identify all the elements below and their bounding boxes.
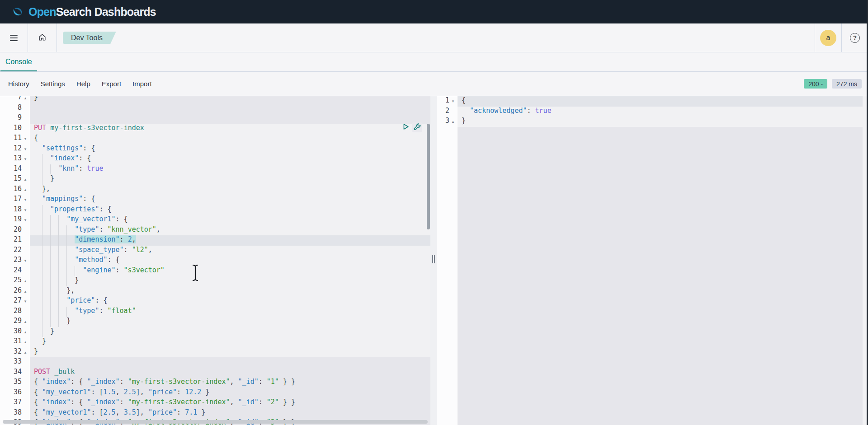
- fold-close-icon[interactable]: ▴: [22, 347, 29, 358]
- fold-open-icon[interactable]: ▾: [22, 154, 29, 164]
- fold-close-icon[interactable]: ▴: [449, 117, 457, 127]
- editor-code-line[interactable]: "price": {: [30, 296, 430, 307]
- editor-code-line[interactable]: [30, 357, 430, 368]
- editor-code-line[interactable]: "properties": {: [30, 205, 430, 215]
- fold-open-icon[interactable]: ▾: [22, 215, 29, 225]
- editor-code-line[interactable]: },: [30, 286, 430, 297]
- editor-code-line[interactable]: }: [30, 174, 430, 185]
- toolbar-item-history[interactable]: History: [8, 80, 29, 88]
- indent-guide: [66, 246, 75, 256]
- editor-code-line[interactable]: { "my_vector1": [1.5, 2.5], "price": 12.…: [30, 388, 430, 398]
- line-number: 20: [0, 225, 22, 236]
- fold-close-icon[interactable]: ▴: [22, 327, 29, 337]
- home-button[interactable]: [28, 23, 57, 52]
- editor-code-line[interactable]: [30, 113, 430, 124]
- menu-button[interactable]: [0, 23, 28, 52]
- editor-code-line[interactable]: PUT my-first-s3vector-index: [30, 124, 430, 134]
- token-p: : {: [95, 296, 107, 304]
- editor-code-line[interactable]: }: [30, 337, 430, 347]
- toolbar-item-help[interactable]: Help: [76, 80, 90, 88]
- fold-spacer: [22, 103, 29, 114]
- fold-close-icon[interactable]: ▴: [22, 174, 29, 185]
- editor-code-line[interactable]: }: [30, 347, 430, 358]
- fold-open-icon[interactable]: ▾: [449, 96, 457, 107]
- fold-close-icon[interactable]: ▴: [22, 286, 29, 297]
- indent-guide: [34, 256, 42, 266]
- token-k: "space_type": [75, 246, 123, 254]
- indent-guide: [34, 144, 42, 154]
- editor-code-line[interactable]: "mappings": {: [30, 195, 430, 205]
- token-s: "s3vector": [124, 266, 165, 274]
- editor-gutter-line: 36: [0, 388, 30, 398]
- indent-guide: [50, 215, 58, 225]
- editor-code-line[interactable]: "type": "float": [30, 307, 430, 317]
- fold-close-icon[interactable]: ▴: [22, 96, 29, 103]
- response-gutter-line: 2: [437, 107, 458, 117]
- response-viewer[interactable]: { "acknowledged": true}: [458, 96, 863, 425]
- response-code-line[interactable]: "acknowledged": true: [458, 107, 863, 117]
- editor-code-line[interactable]: }: [30, 96, 430, 103]
- fold-close-icon[interactable]: ▴: [22, 317, 29, 327]
- toolbar-item-export[interactable]: Export: [102, 80, 121, 88]
- fold-open-icon[interactable]: ▾: [22, 195, 29, 205]
- fold-open-icon[interactable]: ▾: [22, 256, 29, 266]
- editor-code-line[interactable]: }: [30, 276, 430, 286]
- token-k: "my_vector1": [66, 215, 115, 223]
- editor-code-line[interactable]: "index": {: [30, 154, 430, 164]
- fold-open-icon[interactable]: ▾: [22, 144, 29, 154]
- fold-open-icon[interactable]: ▾: [22, 205, 29, 215]
- resizer-handle-icon[interactable]: [432, 255, 435, 263]
- fold-spacer: [22, 266, 29, 276]
- editor-code-line[interactable]: { "my_vector1": [2.5, 3.5], "price": 7.1…: [30, 408, 430, 419]
- token-p: },: [42, 185, 50, 193]
- toolbar-item-import[interactable]: Import: [132, 80, 152, 88]
- editor-code-line[interactable]: "dimension": 2,: [30, 235, 430, 246]
- editor-code-line[interactable]: "my_vector1": {: [30, 215, 430, 225]
- editor-code-line[interactable]: [30, 103, 430, 114]
- help-icon: ?: [850, 33, 860, 43]
- response-gutter-line: 1▾: [437, 96, 458, 107]
- editor-code-line[interactable]: "space_type": "l2",: [30, 246, 430, 256]
- editor-code-line[interactable]: "engine": "s3vector": [30, 266, 430, 276]
- editor-code-line[interactable]: { "index": { "_index": "my-first-s3vecto…: [30, 378, 430, 388]
- editor-code-line[interactable]: }: [30, 317, 430, 327]
- line-number: 34: [0, 368, 22, 378]
- indent-guide: [50, 164, 58, 175]
- breadcrumb-dev-tools[interactable]: Dev Tools: [63, 32, 116, 44]
- app-title: OpenSearch Dashboards: [28, 5, 156, 19]
- fold-open-icon[interactable]: ▾: [22, 134, 29, 144]
- response-scroll-track[interactable]: [863, 96, 867, 425]
- token-k: "_id": [238, 398, 259, 406]
- response-code-line[interactable]: }: [458, 117, 863, 127]
- send-request-button[interactable]: [401, 122, 410, 132]
- editor-code-line[interactable]: "knn": true: [30, 164, 430, 175]
- editor-code-line[interactable]: "settings": {: [30, 144, 430, 154]
- editor-code-line[interactable]: "type": "knn_vector",: [30, 225, 430, 236]
- fold-close-icon[interactable]: ▴: [22, 276, 29, 286]
- request-editor[interactable]: }PUT my-first-s3vector-index{ "settings"…: [30, 96, 430, 425]
- editor-code-line[interactable]: POST _bulk: [30, 368, 430, 378]
- indent-guide: [42, 307, 50, 317]
- user-menu-button[interactable]: a: [815, 23, 841, 52]
- app-header: OpenSearch Dashboards: [0, 0, 868, 23]
- token-p: {: [34, 378, 42, 386]
- toolbar-item-settings[interactable]: Settings: [41, 80, 65, 88]
- vertical-scrollbar-thumb[interactable]: [427, 124, 430, 229]
- editor-code-line[interactable]: { "index": { "_index": "my-first-s3vecto…: [30, 398, 430, 408]
- editor-code-line[interactable]: }: [30, 327, 430, 337]
- tab-console[interactable]: Console: [0, 52, 37, 71]
- response-code-line[interactable]: {: [458, 96, 863, 107]
- editor-code-line[interactable]: {: [30, 134, 430, 144]
- line-number: 22: [0, 246, 22, 256]
- indent-guide: [66, 235, 75, 246]
- fold-open-icon[interactable]: ▾: [22, 296, 29, 307]
- fold-close-icon[interactable]: ▴: [22, 337, 29, 347]
- help-button[interactable]: ?: [842, 23, 868, 52]
- indent-guide: [50, 266, 58, 276]
- horizontal-scrollbar-thumb[interactable]: [3, 420, 428, 424]
- editor-code-line[interactable]: },: [30, 185, 430, 195]
- editor-code-line[interactable]: "method": {: [30, 256, 430, 266]
- request-options-button[interactable]: [412, 122, 422, 132]
- token-k: "index": [42, 378, 71, 386]
- fold-close-icon[interactable]: ▴: [22, 185, 29, 195]
